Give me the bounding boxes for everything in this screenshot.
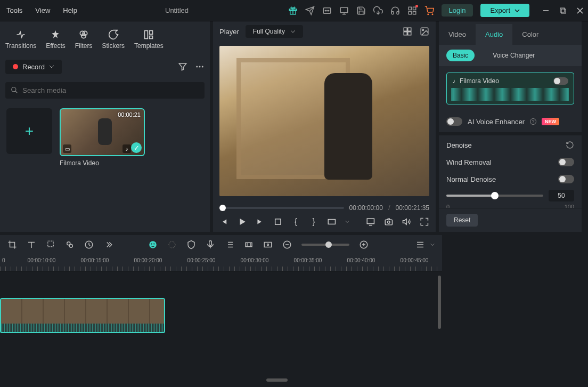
music-note-icon: ♪	[452, 77, 455, 85]
login-button[interactable]: Login	[442, 4, 473, 17]
add-media-button[interactable]: +	[6, 108, 52, 154]
tab-effects[interactable]: Effects	[46, 29, 65, 50]
close-button[interactable]	[576, 7, 584, 14]
tab-filters[interactable]: Filters	[75, 29, 93, 50]
media-bin: + 00:00:21 ▭ ♪ ✓ Filmora Video	[0, 102, 210, 232]
normal-denoise-label: Normal Denoise	[446, 175, 496, 183]
timeline-h-scrollbar[interactable]	[0, 378, 442, 383]
chevron-down-icon[interactable]	[430, 243, 435, 247]
tab-transitions[interactable]: Transitions	[5, 29, 36, 50]
target-tool-icon[interactable]	[167, 240, 177, 249]
shield-tool-icon[interactable]	[186, 240, 196, 249]
timeline-ruler[interactable]: 0 00:00:10:00 00:00:15:00 00:00:20:00 00…	[0, 254, 442, 271]
minimize-button[interactable]	[542, 7, 550, 14]
text-tool-icon[interactable]	[27, 240, 36, 249]
mark-out-button[interactable]: }	[309, 217, 318, 227]
crop-tool-icon[interactable]	[7, 240, 17, 249]
filter-icon[interactable]	[178, 62, 187, 71]
svg-rect-28	[408, 32, 411, 35]
subtab-voice-changer[interactable]: Voice Changer	[486, 50, 541, 61]
mark-in-button[interactable]: {	[291, 217, 301, 227]
speed-tool-icon[interactable]	[84, 240, 94, 249]
tab-color[interactable]: Color	[512, 24, 548, 45]
properties-panel: Video Audio Color Basic Voice Changer ♪ …	[439, 21, 582, 232]
clip-toggle[interactable]	[553, 77, 568, 85]
chevron-down-icon[interactable]	[345, 220, 349, 224]
effects-tool-icon[interactable]	[65, 240, 75, 249]
display-button[interactable]	[366, 217, 375, 227]
mic-tool-icon[interactable]	[206, 240, 215, 249]
timeline-toolbar	[0, 232, 442, 254]
screen-icon[interactable]	[339, 6, 349, 15]
grid-view-icon[interactable]	[403, 27, 412, 36]
search-media-input[interactable]	[5, 82, 205, 99]
headphones-icon[interactable]	[390, 6, 400, 15]
property-tabs: Video Audio Color	[439, 21, 582, 45]
svg-rect-10	[413, 11, 415, 14]
image-icon[interactable]	[420, 27, 429, 36]
expand-toolbar-icon[interactable]	[103, 240, 113, 249]
timeline-v-scrollbar[interactable]	[438, 276, 441, 329]
cloud-download-icon[interactable]	[373, 6, 383, 15]
quality-select[interactable]: Full Quality	[246, 25, 303, 38]
svg-point-3	[325, 10, 326, 11]
help-icon[interactable]: ?	[530, 118, 536, 125]
list-tool-icon[interactable]	[225, 240, 234, 249]
tab-audio[interactable]: Audio	[476, 24, 512, 45]
stop-button[interactable]	[273, 217, 283, 227]
qr-icon[interactable]	[407, 6, 417, 15]
timeline-clip[interactable]	[0, 298, 165, 333]
player-viewport[interactable]	[219, 46, 429, 196]
tab-video[interactable]: Video	[439, 24, 476, 45]
svg-rect-7	[409, 7, 411, 10]
keyframe-tool-icon[interactable]	[244, 240, 254, 249]
timeline[interactable]: 0 00:00:10:00 00:00:15:00 00:00:20:00 00…	[0, 254, 442, 384]
play-button[interactable]	[238, 217, 247, 227]
media-thumbnail[interactable]: 00:00:21 ▭ ♪ ✓	[60, 108, 145, 156]
ai-tool-icon[interactable]	[148, 240, 158, 249]
message-icon[interactable]	[322, 6, 332, 15]
normal-denoise-slider[interactable]	[446, 195, 543, 197]
menu-help[interactable]: Help	[63, 6, 77, 14]
ai-enhancer-toggle[interactable]	[446, 117, 462, 126]
media-clip[interactable]: 00:00:21 ▭ ♪ ✓ Filmora Video	[60, 108, 145, 225]
track-area[interactable]	[0, 271, 442, 333]
tab-stickers[interactable]: Stickers	[102, 29, 125, 50]
normal-denoise-toggle[interactable]	[558, 175, 574, 183]
zoom-slider[interactable]	[301, 244, 349, 246]
svg-rect-36	[48, 241, 54, 247]
aspect-button[interactable]	[327, 217, 337, 227]
next-frame-button[interactable]	[255, 217, 265, 227]
wind-removal-label: Wind Removal	[446, 158, 492, 166]
svg-rect-9	[409, 11, 411, 14]
svg-point-47	[267, 244, 269, 246]
volume-button[interactable]	[402, 217, 412, 227]
reset-denoise-icon[interactable]	[566, 141, 574, 149]
menu-tools[interactable]: Tools	[6, 6, 22, 14]
snapshot-button[interactable]	[384, 217, 394, 227]
zoom-in-icon[interactable]	[359, 240, 369, 249]
menu-view[interactable]: View	[35, 6, 50, 14]
fullscreen-button[interactable]	[420, 217, 429, 227]
svg-rect-33	[368, 219, 374, 224]
wind-removal-toggle[interactable]	[558, 158, 574, 166]
tab-templates[interactable]: Templates	[134, 29, 164, 50]
send-icon[interactable]	[305, 6, 315, 15]
track-view-icon[interactable]	[415, 240, 425, 249]
maximize-button[interactable]	[559, 7, 567, 14]
progress-slider[interactable]	[219, 207, 344, 209]
frame-tool-icon[interactable]	[263, 240, 273, 249]
gift-icon[interactable]	[288, 6, 298, 15]
svg-point-23	[202, 66, 203, 68]
cart-icon[interactable]	[424, 6, 434, 15]
normal-denoise-value[interactable]: 50	[549, 190, 574, 201]
save-icon[interactable]	[356, 6, 366, 15]
subtab-basic[interactable]: Basic	[446, 50, 475, 61]
zoom-out-icon[interactable]	[282, 240, 292, 249]
more-icon[interactable]	[195, 62, 205, 71]
record-button[interactable]: Record	[5, 60, 62, 74]
prev-frame-button[interactable]	[219, 217, 229, 227]
marker-tool-icon[interactable]	[46, 240, 55, 249]
export-button[interactable]: Export	[480, 4, 529, 17]
reset-button[interactable]: Reset	[446, 214, 478, 227]
